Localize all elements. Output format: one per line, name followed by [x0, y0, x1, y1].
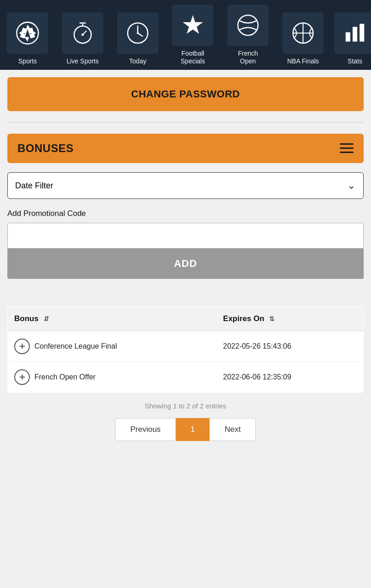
section-divider	[7, 122, 364, 123]
bonuses-title: BONUSES	[17, 142, 73, 155]
svg-marker-18	[183, 15, 203, 34]
bonuses-table: Bonus ⇵ Expires On ⇅ ＋ Conference League…	[7, 306, 364, 393]
star-icon	[180, 13, 205, 38]
nav-label-live-sports: Live Sports	[67, 57, 99, 65]
bonus-cell-1: ＋ French Open Offer	[8, 362, 217, 392]
svg-point-19	[238, 15, 258, 35]
svg-point-17	[137, 32, 139, 34]
bonuses-header: BONUSES	[7, 134, 364, 163]
hamburger-menu-button[interactable]	[340, 143, 354, 153]
today-icon-box	[117, 12, 158, 54]
hamburger-line-1	[340, 143, 354, 145]
date-filter-select[interactable]: Date Filter Today This Week This Month A…	[7, 172, 364, 199]
nav-label-football-specials: FootballSpecials	[181, 50, 205, 65]
nav-item-football-specials[interactable]: FootballSpecials	[165, 0, 220, 70]
bonus-name-0: Conference League Final	[34, 342, 117, 351]
svg-rect-24	[353, 27, 357, 41]
french-open-icon-box	[227, 5, 269, 46]
hamburger-line-3	[340, 152, 354, 153]
nav-bar: Sports Live Sports Today	[0, 0, 371, 70]
soccer-icon	[15, 21, 40, 45]
expires-cell-0: 2022-05-26 15:43:06	[217, 331, 364, 362]
table-row: ＋ Conference League Final 2022-05-26 15:…	[8, 331, 364, 362]
table-row: ＋ French Open Offer 2022-06-06 12:35:09	[8, 362, 364, 392]
hamburger-line-2	[340, 147, 354, 149]
bonus-name-1: French Open Offer	[34, 373, 96, 381]
nav-item-stats[interactable]: Stats	[331, 0, 371, 70]
svg-marker-2	[24, 37, 29, 41]
sort-icon-expires: ⇅	[269, 315, 275, 322]
nav-label-french-open: FrenchOpen	[238, 50, 258, 65]
nav-label-today: Today	[129, 57, 146, 65]
sports-icon-box	[7, 12, 48, 54]
date-filter-wrapper: Date Filter Today This Week This Month A…	[7, 172, 364, 199]
main-content: CHANGE PASSWORD BONUSES Date Filter Toda…	[0, 70, 371, 462]
svg-marker-8	[29, 34, 35, 38]
promo-label: Add Promotional Code	[7, 209, 364, 218]
promo-input-group	[7, 223, 364, 249]
promo-section: Add Promotional Code ADD	[7, 209, 364, 293]
stats-icon-box	[334, 12, 371, 54]
nav-item-today[interactable]: Today	[110, 0, 165, 70]
column-header-bonus[interactable]: Bonus ⇵	[8, 306, 217, 331]
sort-icon-bonus: ⇵	[44, 315, 49, 322]
bonus-icon-0: ＋	[14, 339, 30, 354]
bonus-cell-0: ＋ Conference League Final	[8, 331, 217, 362]
svg-rect-25	[360, 24, 364, 42]
nav-label-nba-finals: NBA Finals	[287, 57, 319, 65]
nba-finals-icon-box	[282, 12, 324, 54]
pagination-previous-button[interactable]: Previous	[115, 418, 176, 441]
stopwatch-icon	[70, 21, 95, 45]
pagination-page-1-button[interactable]: 1	[176, 418, 209, 441]
nav-label-sports: Sports	[18, 57, 37, 65]
expires-cell-1: 2022-06-06 12:35:09	[217, 362, 364, 392]
nav-label-stats: Stats	[348, 57, 362, 65]
table-body: ＋ Conference League Final 2022-05-26 15:…	[8, 331, 364, 392]
nav-item-nba-finals[interactable]: NBA Finals	[275, 0, 331, 70]
football-specials-icon-box	[172, 5, 214, 46]
nav-item-sports[interactable]: Sports	[0, 0, 55, 70]
pagination-info: Showing 1 to 2 of 2 entries	[7, 402, 364, 410]
pagination-next-button[interactable]: Next	[209, 418, 256, 441]
bar-chart-icon	[343, 21, 367, 45]
add-promo-button[interactable]: ADD	[7, 249, 364, 279]
svg-rect-23	[346, 32, 350, 41]
change-password-button[interactable]: CHANGE PASSWORD	[7, 77, 364, 111]
column-header-expires[interactable]: Expires On ⇅	[217, 306, 364, 331]
nav-item-live-sports[interactable]: Live Sports	[55, 0, 110, 70]
pagination-controls: Previous 1 Next	[7, 418, 364, 441]
svg-point-13	[81, 34, 84, 36]
basketball-icon	[291, 21, 315, 45]
promo-code-input[interactable]	[8, 223, 363, 248]
table-header: Bonus ⇵ Expires On ⇅	[8, 306, 364, 331]
nav-item-french-open[interactable]: FrenchOpen	[220, 0, 275, 70]
bonus-icon-1: ＋	[14, 369, 30, 385]
live-sports-icon-box	[62, 12, 103, 54]
tennis-icon	[236, 13, 260, 38]
clock-icon	[125, 21, 150, 45]
